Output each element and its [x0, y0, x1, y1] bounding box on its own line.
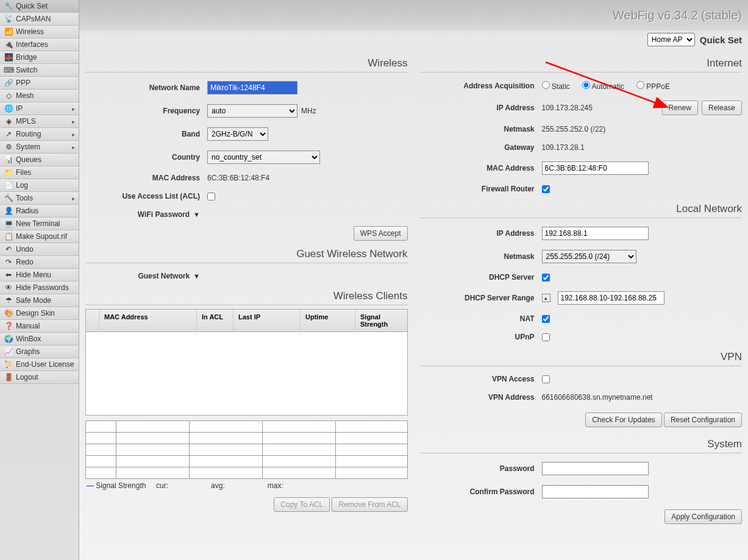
logout-icon: 🚪	[4, 372, 13, 382]
sidebar: 🔧Quick Set📡CAPsMAN📶Wireless🔌Interfaces🌉B…	[0, 0, 79, 560]
upnp-checkbox[interactable]	[542, 333, 550, 341]
sidebar-item-routing[interactable]: ↗Routing▸	[0, 128, 79, 141]
sidebar-item-label: Log	[16, 181, 28, 190]
sidebar-item-queues[interactable]: 📊Queues	[0, 154, 79, 166]
chevron-right-icon: ▸	[72, 105, 75, 112]
internet-mac-label: MAC Address	[420, 164, 542, 172]
wireless-mac-value: 6C:3B:6B:12:48:F4	[207, 174, 408, 182]
sidebar-item-interfaces[interactable]: 🔌Interfaces	[0, 38, 79, 51]
sidebar-item-safe-mode[interactable]: ☂Safe Mode	[0, 294, 79, 307]
sidebar-item-label: Routing	[16, 130, 41, 138]
col-lastip[interactable]: Last IP	[233, 310, 301, 331]
local-ip-label: IP Address	[420, 229, 542, 238]
local-netmask-select[interactable]: 255.255.255.0 (/24)	[542, 250, 636, 263]
chevron-right-icon: ▸	[72, 195, 75, 202]
sidebar-item-radius[interactable]: 👤Radius	[0, 205, 79, 218]
internet-mac-input[interactable]	[542, 161, 649, 175]
vpn-access-checkbox[interactable]	[542, 375, 550, 383]
password-input[interactable]	[542, 462, 649, 475]
country-label: Country	[85, 153, 207, 161]
col-signal[interactable]: Signal Strength	[355, 310, 407, 331]
wps-accept-button[interactable]: WPS Accept	[354, 226, 408, 241]
sidebar-item-winbox[interactable]: 🌍WinBox	[0, 333, 79, 346]
band-select[interactable]: 2GHz-B/G/N	[207, 127, 268, 141]
apply-config-button[interactable]: Apply Configuration	[664, 509, 742, 524]
new-terminal-icon: 💻	[4, 219, 13, 229]
sidebar-item-redo[interactable]: ↷Redo	[0, 256, 79, 269]
network-name-input[interactable]	[207, 81, 297, 94]
capsman-icon: 📡	[4, 14, 13, 24]
firewall-checkbox[interactable]	[542, 185, 550, 193]
sidebar-item-quick-set[interactable]: 🔧Quick Set	[0, 0, 79, 13]
sidebar-item-ip[interactable]: 🌐IP▸	[0, 102, 79, 115]
sidebar-item-manual[interactable]: ❓Manual	[0, 320, 79, 333]
col-uptime[interactable]: Uptime	[301, 310, 355, 331]
log-icon: 📄	[4, 180, 13, 190]
acq-automatic-radio[interactable]: Automatic	[582, 81, 624, 91]
check-updates-button[interactable]: Check For Updates	[585, 413, 661, 427]
sidebar-item-design-skin[interactable]: 🎨Design Skin	[0, 307, 79, 320]
acl-checkbox[interactable]	[207, 193, 215, 200]
acq-static-radio[interactable]: Static	[542, 81, 570, 91]
design-skin-icon: 🎨	[4, 308, 13, 318]
sidebar-item-new-terminal[interactable]: 💻New Terminal	[0, 218, 79, 230]
chevron-right-icon: ▸	[72, 131, 75, 138]
sidebar-item-make-supout-rif[interactable]: 📋Make Supout.rif	[0, 230, 79, 243]
sidebar-item-label: Files	[16, 168, 31, 177]
chevron-down-icon[interactable]: ▼	[193, 272, 200, 280]
sidebar-item-hide-passwords[interactable]: 👁Hide Passwords	[0, 282, 79, 294]
sidebar-item-label: IP	[16, 104, 23, 113]
sidebar-item-label: Radius	[16, 207, 38, 215]
country-select[interactable]: no_country_set	[207, 151, 320, 164]
sidebar-item-graphs[interactable]: 📈Graphs	[0, 346, 79, 358]
sidebar-item-mesh[interactable]: ◇Mesh	[0, 90, 79, 102]
sidebar-item-wireless[interactable]: 📶Wireless	[0, 26, 79, 38]
copy-to-acl-button[interactable]: Copy To ACL	[274, 497, 330, 512]
routing-icon: ↗	[4, 129, 13, 139]
sidebar-item-logout[interactable]: 🚪Logout	[0, 371, 79, 384]
sidebar-item-undo[interactable]: ↶Undo	[0, 243, 79, 256]
remove-from-acl-button[interactable]: Remove From ACL	[332, 497, 407, 512]
vpn-access-label: VPN Access	[420, 375, 542, 383]
dhcp-server-checkbox[interactable]	[542, 274, 550, 282]
sidebar-item-label: Undo	[16, 245, 34, 253]
sidebar-item-switch[interactable]: ⌨Switch	[0, 64, 79, 77]
sidebar-item-label: Wireless	[16, 27, 44, 36]
internet-ip-value: 109.173.28.245	[542, 104, 658, 112]
sidebar-item-capsman[interactable]: 📡CAPsMAN	[0, 13, 79, 26]
network-name-label: Network Name	[85, 83, 207, 92]
sidebar-item-end-user-license[interactable]: 📜End-User License	[0, 358, 79, 371]
queues-icon: 📊	[4, 155, 13, 165]
sidebar-item-bridge[interactable]: 🌉Bridge	[0, 51, 79, 64]
sidebar-item-label: Quick Set	[16, 2, 48, 10]
frequency-select[interactable]: auto	[207, 104, 297, 118]
reset-config-button[interactable]: Reset Configuration	[664, 413, 742, 427]
renew-button[interactable]: Renew	[662, 101, 698, 115]
sidebar-item-log[interactable]: 📄Log	[0, 179, 79, 192]
collapse-toggle-icon[interactable]: ▴	[542, 294, 550, 302]
tools-icon: 🔨	[4, 193, 13, 203]
undo-icon: ↶	[4, 244, 13, 254]
acq-pppoe-radio[interactable]: PPPoE	[636, 81, 670, 91]
sidebar-item-system[interactable]: ⚙System▸	[0, 141, 79, 154]
quick-set-icon: 🔧	[4, 1, 13, 11]
confirm-password-input[interactable]	[542, 485, 649, 498]
dhcp-range-input[interactable]	[558, 291, 664, 305]
sidebar-item-files[interactable]: 📁Files	[0, 166, 79, 179]
col-inacl[interactable]: In ACL	[197, 310, 233, 331]
local-ip-input[interactable]	[542, 227, 649, 240]
sidebar-item-ppp[interactable]: 🔗PPP	[0, 77, 79, 90]
internet-netmask-label: Netmask	[420, 125, 542, 133]
acq-label: Address Acquisition	[420, 82, 542, 90]
sidebar-item-hide-menu[interactable]: ⬅Hide Menu	[0, 269, 79, 282]
sidebar-item-mpls[interactable]: ◈MPLS▸	[0, 115, 79, 128]
mode-select[interactable]: Home AP	[647, 33, 695, 46]
release-button[interactable]: Release	[702, 101, 742, 115]
nat-checkbox[interactable]	[542, 315, 550, 323]
sidebar-item-label: Redo	[16, 258, 34, 266]
chevron-down-icon[interactable]: ▼	[193, 211, 200, 218]
sidebar-item-tools[interactable]: 🔨Tools▸	[0, 192, 79, 205]
sidebar-item-label: Switch	[16, 66, 37, 74]
sidebar-item-label: Bridge	[16, 53, 37, 62]
col-mac[interactable]: MAC Address	[99, 310, 197, 331]
